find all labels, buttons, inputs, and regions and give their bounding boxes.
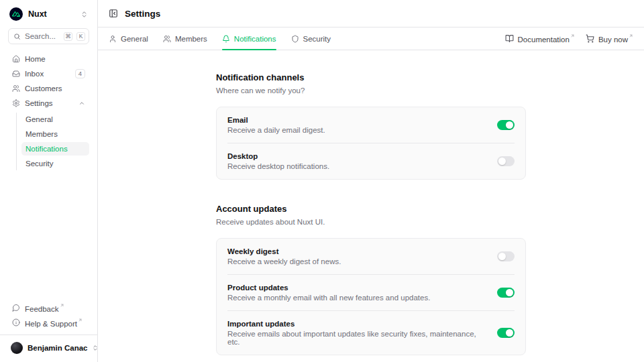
tabs-bar: General Members Notifications [98,27,644,50]
kbd-k: K [76,32,85,41]
external-link-icon [78,318,83,322]
sidebar-item-members[interactable]: Members [21,127,89,141]
sidebar-item-settings[interactable]: Settings [8,97,89,110]
setting-label: Product updates [227,284,430,292]
settings-card: Email Receive a daily email digest. Desk… [216,107,526,180]
header-actions: Documentation Buy now [505,34,633,44]
setting-text: Desktop Receive desktop notifications. [227,152,329,170]
setting-text: Important updates Receive emails about i… [227,320,486,346]
weekly-digest-toggle[interactable] [497,251,515,261]
main: Settings General Members [98,0,644,362]
important-updates-toggle[interactable] [497,328,515,338]
sidebar-item-customers[interactable]: Customers [8,82,89,95]
sidebar-item-general[interactable]: General [21,113,89,126]
sidebar-item-home[interactable]: Home [8,52,89,66]
tab-members[interactable]: Members [163,27,207,50]
footer-item-label: Feedback [25,303,85,313]
setting-description: Receive desktop notifications. [227,162,329,170]
buy-now-link[interactable]: Buy now [586,34,633,44]
users-icon [163,35,171,43]
sub-item-label: General [25,115,53,123]
email-toggle[interactable] [497,120,515,130]
users-icon [12,84,20,93]
bell-icon [222,35,230,43]
chevron-up-icon [78,100,85,107]
nuxt-logo-icon [9,7,23,21]
tab-label: Security [303,35,331,43]
sidebar-item-notifications[interactable]: Notifications [21,142,89,156]
section-account-updates: Account updates Receive updates about Nu… [216,204,526,355]
setting-description: Receive a weekly digest of news. [227,257,341,265]
kbd-meta: ⌘ [64,32,72,41]
external-link-icon [570,34,575,38]
sidebar-item-inbox[interactable]: Inbox 4 [8,67,89,80]
setting-row-desktop: Desktop Receive desktop notifications. [227,143,515,179]
settings-card: Weekly digest Receive a weekly digest of… [216,238,526,355]
section-notification-channels: Notification channels Where can we notif… [216,72,526,180]
setting-row-important-updates: Important updates Receive emails about i… [227,310,515,355]
shield-icon [291,35,299,43]
setting-row-email: Email Receive a daily email digest. [227,107,515,143]
desktop-toggle[interactable] [497,156,515,166]
sidebar: Nuxt Search... ⌘ K Home [0,0,98,362]
content-area: Notification channels Where can we notif… [98,50,644,362]
sidebar-nav: Home Inbox 4 Customers Settings [8,52,89,170]
message-circle-icon [12,304,20,312]
product-updates-toggle[interactable] [497,288,515,298]
sidebar-item-label: Home [25,55,85,63]
tab-notifications[interactable]: Notifications [222,27,276,50]
documentation-link[interactable]: Documentation [505,34,575,44]
sub-item-label: Notifications [25,145,68,153]
external-link-icon [60,303,64,308]
setting-text: Product updates Receive a monthly email … [227,284,430,302]
setting-label: Desktop [227,152,329,160]
house-icon [12,55,20,63]
setting-description: Receive a monthly email with all new fea… [227,294,430,302]
section-title: Notification channels [216,72,526,82]
setting-description: Receive a daily email digest. [227,126,325,134]
user-icon [109,35,117,43]
workspace-name: Nuxt [28,9,75,19]
setting-row-weekly-digest: Weekly digest Receive a weekly digest of… [227,239,515,274]
tab-general[interactable]: General [109,27,148,50]
action-label: Documentation [518,34,575,44]
user-menu[interactable]: Benjamin Canac [8,339,89,357]
sidebar-item-label: Customers [25,84,85,93]
app: Nuxt Search... ⌘ K Home [0,0,644,362]
tabs: General Members Notifications [109,27,331,50]
settings-subnav: General Members Notifications Security [16,113,89,170]
info-circle-icon [12,318,20,326]
tab-label: General [121,35,148,43]
search-placeholder: Search... [25,32,60,40]
inbox-count-badge: 4 [75,69,85,78]
user-name: Benjamin Canac [28,344,87,352]
inbox-icon [12,70,20,78]
section-description: Receive updates about Nuxt UI. [216,218,526,226]
gear-icon [12,99,20,107]
search-input[interactable]: Search... ⌘ K [8,28,89,44]
tab-label: Notifications [234,35,276,43]
avatar [11,342,23,354]
setting-text: Weekly digest Receive a weekly digest of… [227,247,341,265]
setting-row-product-updates: Product updates Receive a monthly email … [227,274,515,310]
external-link-icon [629,34,633,38]
panel-left-close-icon[interactable] [109,9,118,18]
shopping-cart-icon [586,34,594,43]
page-header: Settings [98,0,644,27]
tab-security[interactable]: Security [291,27,331,50]
sidebar-item-label: Inbox [25,70,70,78]
search-icon [13,33,21,40]
sidebar-divider [0,335,97,335]
action-label: Buy now [598,34,633,44]
setting-label: Email [227,116,325,124]
section-title: Account updates [216,204,526,214]
book-open-icon [505,34,514,43]
sidebar-item-security[interactable]: Security [21,157,89,170]
setting-label: Weekly digest [227,247,341,255]
tab-label: Members [175,35,207,43]
sidebar-item-label: Settings [25,99,74,107]
sidebar-footer: Feedback Help & Support [8,301,89,329]
help-support-link[interactable]: Help & Support [8,316,89,329]
feedback-link[interactable]: Feedback [8,301,89,314]
workspace-selector[interactable]: Nuxt [8,5,89,23]
